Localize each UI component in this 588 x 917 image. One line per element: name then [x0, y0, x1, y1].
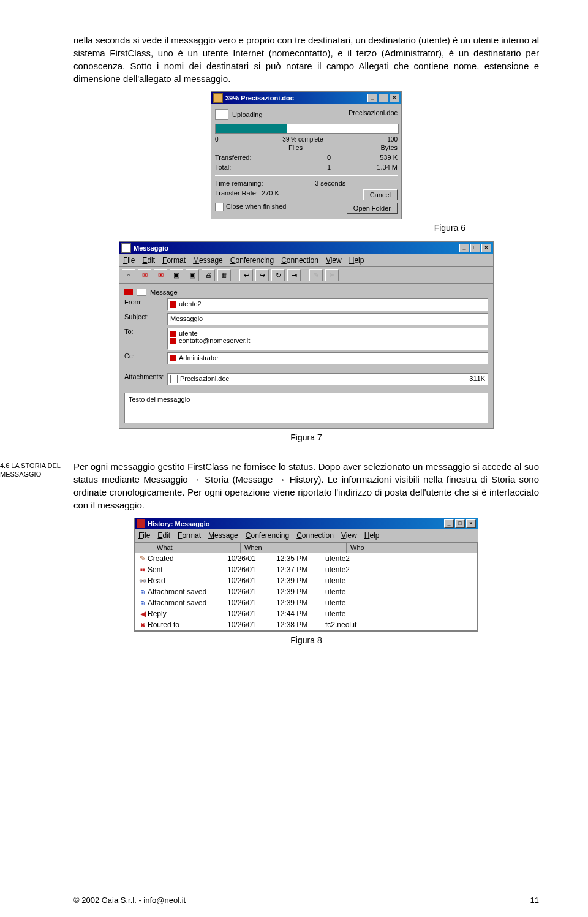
col-when[interactable]: When — [241, 543, 347, 553]
intro-paragraph: nella seconda si vede il messaggio vero … — [74, 34, 539, 85]
computer-icon — [215, 109, 228, 120]
menu-item-view[interactable]: View — [341, 531, 357, 540]
folder-icon — [213, 93, 223, 103]
attachment-size: 311K — [469, 375, 485, 383]
history-row[interactable]: Read10/26/0112:39 PMutente — [135, 575, 477, 586]
to-label: To: — [124, 328, 167, 335]
history-row[interactable]: Sent10/26/0112:37 PMutente2 — [135, 564, 477, 575]
toolbar-button-10[interactable]: ↻ — [271, 269, 285, 281]
menu-item-message[interactable]: Message — [193, 256, 223, 265]
envelope-icon — [137, 289, 146, 296]
minimize-button[interactable]: _ — [444, 519, 454, 528]
maximize-button[interactable]: □ — [470, 244, 480, 252]
close-button[interactable]: × — [466, 519, 476, 528]
menu-item-conferencing[interactable]: Conferencing — [246, 531, 289, 540]
col-what[interactable]: What — [153, 543, 241, 553]
transferred-label: Transferred: — [215, 154, 264, 161]
history-icon — [137, 519, 145, 528]
to-field[interactable]: utente contatto@nomeserver.it — [167, 328, 488, 350]
bytes-header: Bytes — [380, 144, 398, 151]
menu-item-file[interactable]: File — [138, 531, 150, 540]
rate-value: 270 K — [262, 189, 279, 197]
total-files: 1 — [282, 164, 331, 171]
fig7-caption: Figura 7 — [290, 432, 322, 442]
toolbar-button-7[interactable]: 🗑 — [217, 269, 231, 281]
history-row[interactable]: Attachment saved10/26/0112:39 PMutente — [135, 597, 477, 608]
menu-item-help[interactable]: Help — [349, 256, 364, 265]
cc-field[interactable]: Administrator — [167, 352, 488, 364]
close-button[interactable]: × — [390, 94, 399, 102]
minimize-button[interactable]: _ — [459, 244, 469, 252]
menu-item-edit[interactable]: Edit — [157, 531, 170, 540]
row-who: utente — [325, 587, 475, 596]
close-when-finished-checkbox[interactable] — [215, 203, 224, 211]
fig6-caption: Figura 6 — [434, 223, 466, 233]
row-who: utente2 — [325, 565, 475, 574]
open-folder-button[interactable]: Open Folder — [347, 203, 398, 214]
row-icon — [138, 600, 148, 606]
history-row[interactable]: Reply10/26/0112:44 PMutente — [135, 608, 477, 619]
menu-item-help[interactable]: Help — [364, 531, 380, 540]
window-titlebar[interactable]: History: Messaggio _ □ × — [135, 518, 478, 529]
row-date: 10/26/01 — [227, 621, 276, 629]
history-row[interactable]: Created10/26/0112:35 PMutente2 — [135, 553, 477, 564]
from-field[interactable]: utente2 — [167, 298, 488, 311]
subject-field[interactable]: Messaggio — [167, 313, 488, 325]
toolbar-button-3[interactable]: ✉ — [154, 269, 167, 281]
window-titlebar[interactable]: Messaggio _ □ × — [119, 242, 493, 254]
toolbar-button-8[interactable]: ↩ — [239, 269, 253, 281]
total-bytes: 1.34 M — [349, 164, 398, 171]
toolbar-button-9[interactable]: ↪ — [255, 269, 269, 281]
history-row[interactable]: Attachment saved10/26/0112:39 PMutente — [135, 586, 477, 597]
row-time: 12:39 PM — [276, 587, 325, 596]
upload-progress-window: 39% Precisazioni.doc _ □ × Uploading Pre… — [211, 91, 402, 219]
history-row[interactable]: Routed to10/26/0112:38 PMfc2.neol.it — [135, 619, 477, 630]
menu-item-format[interactable]: Format — [178, 531, 201, 540]
maximize-button[interactable]: □ — [379, 94, 388, 102]
uploading-label: Uploading — [232, 111, 263, 118]
maximize-button[interactable]: □ — [455, 519, 465, 528]
menu-item-connection[interactable]: Connection — [281, 256, 318, 265]
cancel-button[interactable]: Cancel — [363, 189, 398, 200]
menu-item-conferencing[interactable]: Conferencing — [230, 256, 274, 265]
menu-item-message[interactable]: Message — [208, 531, 238, 540]
row-date: 10/26/01 — [227, 598, 276, 607]
toolbar-button-12[interactable]: ✎ — [309, 269, 323, 281]
toolbar-button-1[interactable]: ▫ — [122, 269, 135, 281]
toolbar-button-4[interactable]: ▣ — [170, 269, 183, 281]
percent-complete: 39 % complete — [282, 136, 323, 143]
menu-item-format[interactable]: Format — [162, 256, 186, 265]
cc-label: Cc: — [124, 352, 167, 360]
storia-paragraph: Per ogni messaggio gestito FirstClass ne… — [74, 460, 539, 511]
close-button[interactable]: × — [481, 244, 491, 252]
minimize-button[interactable]: _ — [368, 94, 377, 102]
window-titlebar[interactable]: 39% Precisazioni.doc _ □ × — [211, 92, 401, 104]
row-icon — [138, 589, 148, 595]
row-who: utente — [325, 576, 475, 585]
toolbar-button-6[interactable]: 🖨 — [202, 269, 215, 281]
row-date: 10/26/01 — [227, 609, 276, 618]
toolbar-button-13[interactable]: ✂ — [325, 269, 339, 281]
row-what: Read — [148, 576, 227, 585]
message-body[interactable]: Testo del messaggio — [124, 393, 488, 423]
row-time: 12:38 PM — [276, 621, 325, 629]
history-window: History: Messaggio _ □ × FileEditFormatM… — [134, 518, 478, 632]
menu-item-file[interactable]: File — [123, 256, 135, 265]
toolbar-button-11[interactable]: ⇥ — [287, 269, 301, 281]
row-what: Created — [148, 554, 227, 563]
attachments-field[interactable]: Precisazioni.doc 311K — [167, 373, 488, 385]
menu-item-view[interactable]: View — [326, 256, 342, 265]
toolbar-button-2[interactable]: ✉ — [138, 269, 151, 281]
row-who: utente — [325, 598, 475, 607]
window-title: History: Messaggio — [145, 520, 444, 527]
menu-item-edit[interactable]: Edit — [142, 256, 155, 265]
row-icon — [138, 622, 148, 628]
toolbar-button-5[interactable]: ▣ — [186, 269, 199, 281]
row-date: 10/26/01 — [227, 576, 276, 585]
row-icon — [138, 578, 148, 584]
row-time: 12:35 PM — [276, 554, 325, 563]
history-header: What When Who — [135, 542, 478, 553]
row-time: 12:39 PM — [276, 598, 325, 607]
menu-item-connection[interactable]: Connection — [296, 531, 334, 540]
col-who[interactable]: Who — [347, 543, 477, 553]
